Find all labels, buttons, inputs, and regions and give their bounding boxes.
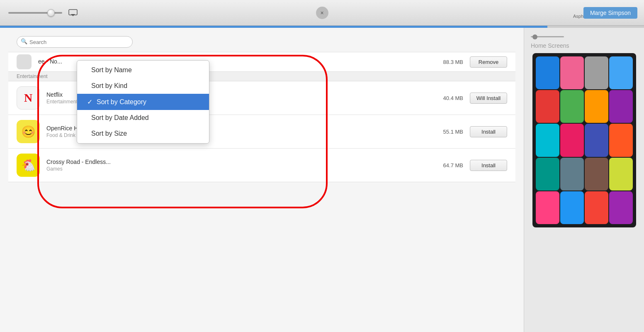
search-input[interactable] xyxy=(17,36,133,48)
top-bar: × Downloading 1 it... Asphalt 8: Airborn… xyxy=(0,0,644,26)
tab-close-button[interactable]: × xyxy=(316,7,328,19)
app-size: 64.7 MB xyxy=(434,162,463,168)
home-screens-label: Home Screens xyxy=(531,42,569,49)
phone-app-icon xyxy=(609,124,633,156)
app-size: 40.4 MB xyxy=(434,95,463,101)
remove-button[interactable]: Remove xyxy=(470,56,507,68)
sort-by-category-item[interactable]: ✓ Sort by Category xyxy=(77,94,209,110)
phone-app-icon xyxy=(560,124,584,156)
slider-track[interactable] xyxy=(531,36,564,37)
openrice-icon: 😊 xyxy=(17,120,40,143)
dropdown-menu: Sort by Name Sort by Kind ✓ Sort by Cate… xyxy=(77,60,209,144)
sort-by-date-item[interactable]: Sort by Date Added xyxy=(77,110,209,126)
search-icon: 🔍 xyxy=(21,38,27,44)
phone-app-icon xyxy=(536,191,559,224)
phone-app-icon xyxy=(585,56,608,89)
sort-dropdown: Sort by Name Sort by Kind ✓ Sort by Cate… xyxy=(77,60,209,144)
install-button-crossy[interactable]: Install xyxy=(470,160,507,171)
phone-app-icon xyxy=(609,90,633,123)
app-category: Games xyxy=(46,166,434,172)
phone-app-icon xyxy=(536,124,559,156)
phone-app-icon xyxy=(609,158,633,190)
user-button[interactable]: Marge Simpson xyxy=(583,7,637,19)
main-content: 🔍 ee - No... 88.3 MB Remove Entertainmen… xyxy=(0,28,644,332)
phone-app-icon xyxy=(585,191,608,224)
phone-app-icon xyxy=(536,90,559,123)
app-icon xyxy=(17,54,32,69)
crossy-icon: 🐔 xyxy=(17,154,40,177)
phone-app-icon xyxy=(585,158,608,190)
sort-by-size-item[interactable]: Sort by Size xyxy=(77,126,209,142)
phone-app-icon xyxy=(585,124,608,156)
install-button-openrice[interactable]: Install xyxy=(470,126,507,137)
phone-app-icon xyxy=(560,191,584,224)
will-install-button[interactable]: Will Install xyxy=(470,93,507,104)
phone-preview xyxy=(532,53,636,227)
search-area: 🔍 xyxy=(8,36,515,48)
netflix-icon: N xyxy=(17,86,40,110)
phone-app-icon xyxy=(609,56,633,89)
phone-app-icon xyxy=(536,56,559,89)
phone-app-icon xyxy=(585,90,608,123)
app-size: 88.3 MB xyxy=(434,59,463,65)
volume-control[interactable] xyxy=(8,8,79,17)
airplay-icon[interactable] xyxy=(67,8,79,17)
right-panel: Home Screens xyxy=(524,28,644,332)
volume-slider[interactable] xyxy=(8,12,62,14)
left-panel: 🔍 ee - No... 88.3 MB Remove Entertainmen… xyxy=(0,28,524,332)
app-info: Crossy Road - Endless... Games xyxy=(46,159,434,172)
phone-app-icon xyxy=(609,191,633,224)
phone-app-icon xyxy=(560,158,584,190)
tab-close-area: × xyxy=(316,0,328,25)
sort-by-kind-item[interactable]: Sort by Kind xyxy=(77,78,209,94)
sort-by-name-item[interactable]: Sort by Name xyxy=(77,62,209,78)
table-row: 🐔 Crossy Road - Endless... Games 64.7 MB… xyxy=(8,149,515,182)
volume-slider-thumb[interactable] xyxy=(47,9,55,17)
phone-app-icon xyxy=(560,90,584,123)
user-button-area: Marge Simpson xyxy=(575,0,644,26)
phone-app-icon xyxy=(560,56,584,89)
checkmark-category: ✓ xyxy=(87,98,92,106)
phone-app-icon xyxy=(536,158,559,190)
app-name: Crossy Road - Endless... xyxy=(46,159,434,165)
right-panel-slider[interactable] xyxy=(531,36,564,37)
slider-thumb[interactable] xyxy=(532,34,537,39)
app-size: 55.1 MB xyxy=(434,129,463,135)
